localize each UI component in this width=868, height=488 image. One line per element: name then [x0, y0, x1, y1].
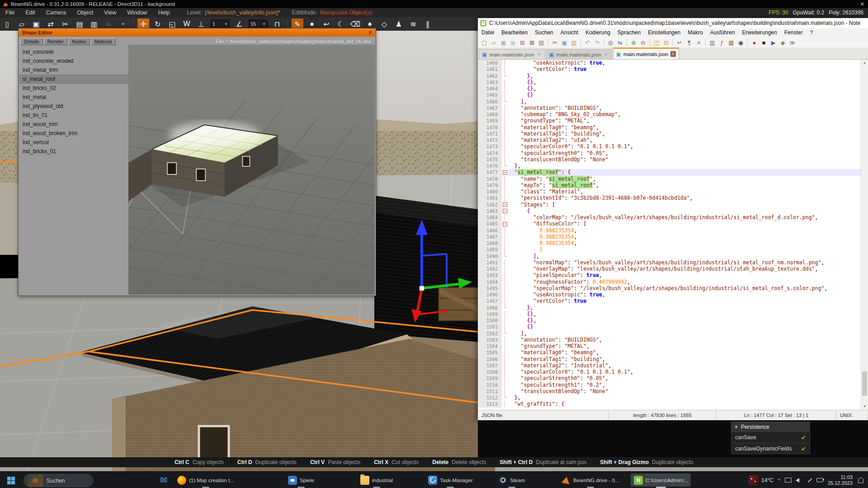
fold-margin[interactable]	[501, 188, 508, 195]
material-item[interactable]: si_metal_roof	[19, 75, 128, 84]
zoom-out-icon[interactable]: ⊖	[639, 38, 647, 47]
fold-margin[interactable]	[501, 182, 508, 188]
npp-menu-ausfhren[interactable]: Ausführen	[707, 29, 739, 36]
taskbar-app-steam[interactable]: Steam	[495, 474, 528, 487]
document-tab-1[interactable]: ▣main.materials.json×	[479, 49, 545, 59]
document-map-icon[interactable]: ▥	[708, 38, 717, 47]
menu-window[interactable]: Window	[122, 9, 152, 16]
paste-icon[interactable]: ▥	[570, 38, 578, 47]
material-item[interactable]: ind_bricks_02	[19, 84, 128, 93]
macro-stop-icon[interactable]: ■	[760, 38, 768, 47]
battery-icon[interactable]	[816, 478, 823, 482]
fold-margin[interactable]	[501, 246, 508, 253]
fold-margin[interactable]	[501, 324, 508, 330]
display-icon[interactable]	[785, 478, 792, 483]
fold-margin[interactable]	[501, 394, 508, 401]
fold-margin[interactable]	[501, 375, 508, 381]
npp-menu-?[interactable]: ?	[806, 29, 816, 36]
close-tab-icon[interactable]: ×	[604, 52, 609, 57]
terrain-tool-icon[interactable]: ≋	[407, 19, 419, 29]
menu-edit[interactable]: Edit	[20, 9, 41, 16]
menu-view[interactable]: View	[99, 9, 122, 16]
find-icon[interactable]: ◎	[606, 38, 615, 47]
folder-workspace-icon[interactable]: ▦	[727, 38, 736, 47]
fold-margin[interactable]	[501, 92, 508, 98]
taskbar-app-task-manager[interactable]: Task-Manager	[425, 474, 476, 487]
material-item[interactable]: ind_plywood_old	[19, 102, 128, 111]
close-icon[interactable]: ⊠	[518, 38, 527, 47]
fold-margin[interactable]	[501, 99, 508, 105]
volume-icon[interactable]	[796, 478, 799, 483]
sync-horizontal-icon[interactable]: ⊟	[662, 38, 670, 47]
npp-menu-makro[interactable]: Makro	[684, 29, 706, 36]
fold-margin[interactable]	[501, 311, 508, 317]
npp-menu-datei[interactable]: Datei	[478, 29, 498, 36]
taskbar-pinned-mail[interactable]: ✉	[158, 474, 169, 487]
material-item[interactable]: ind_wood_broken_trim	[19, 129, 128, 138]
fold-margin[interactable]	[501, 291, 508, 298]
taskbar-app-beamng[interactable]: BeamNG.drive - 0...	[558, 474, 623, 487]
macro-record-icon[interactable]: ●	[750, 38, 759, 47]
fold-margin[interactable]	[501, 150, 508, 156]
npp-menu-ansicht[interactable]: Ansicht	[557, 29, 582, 36]
chevron-up-icon[interactable]: ^	[778, 478, 780, 483]
monitoring-icon[interactable]: ◉	[736, 38, 745, 47]
npp-menu-kodierung[interactable]: Kodierung	[582, 29, 614, 36]
scroll-down-icon[interactable]: ▼	[861, 404, 868, 410]
save-icon[interactable]: ▣	[499, 38, 508, 47]
redo-icon[interactable]: ↷	[593, 38, 601, 47]
npp-menu-suchen[interactable]: Suchen	[531, 29, 557, 36]
taskbar-app-industrial[interactable]: industrial	[357, 474, 396, 487]
shape-editor-tab-material[interactable]: Material	[91, 38, 116, 45]
fold-margin[interactable]	[501, 221, 508, 227]
document-tab-2[interactable]: ▣main.materials.json×	[546, 49, 612, 59]
fold-margin[interactable]	[501, 298, 508, 304]
macro-save-icon[interactable]: ◆	[778, 38, 787, 47]
close-all-icon[interactable]: ⊠	[528, 38, 536, 47]
fold-margin[interactable]	[501, 117, 508, 124]
collapse-icon[interactable]: ▼	[734, 425, 738, 429]
notepad-titlebar[interactable]: C:\Users\Admin\AppData\Local\BeamNG.driv…	[478, 18, 868, 28]
shape-editor-tab-details[interactable]: Details	[20, 38, 43, 45]
function-list-icon[interactable]: ƒ	[717, 38, 726, 47]
npp-menu-erweiterungen[interactable]: Erweiterungen	[738, 29, 780, 36]
zoom-in-icon[interactable]: ⊕	[629, 38, 638, 47]
mesh-tool-icon[interactable]: ◇	[378, 19, 390, 29]
word-wrap-icon[interactable]: ↵	[675, 38, 684, 47]
notification-bell-icon[interactable]	[858, 478, 863, 483]
scroll-up-icon[interactable]: ▲	[861, 60, 868, 66]
fold-margin[interactable]	[501, 156, 508, 163]
fold-margin[interactable]	[501, 337, 508, 343]
open-folder-icon[interactable]: ▱	[490, 38, 498, 47]
pen-icon[interactable]	[808, 478, 812, 482]
close-icon[interactable]: ✕	[368, 29, 373, 36]
fold-margin[interactable]	[501, 317, 508, 324]
fold-margin[interactable]	[501, 401, 508, 407]
search-input[interactable]: Suchen	[24, 474, 93, 487]
save-all-icon[interactable]: ▣	[509, 38, 517, 47]
fold-margin[interactable]	[501, 369, 508, 375]
material-item[interactable]: ind_wood_trim	[19, 120, 128, 129]
macro-run-multi-icon[interactable]: ≫	[788, 38, 797, 47]
weather-widget[interactable]: 14°C	[749, 475, 774, 485]
fold-margin[interactable]	[501, 356, 508, 362]
fold-margin[interactable]	[501, 105, 508, 111]
close-icon[interactable]: ✕	[860, 1, 864, 7]
rotate-snap-select[interactable]: 15▼	[248, 19, 268, 28]
fold-margin[interactable]	[501, 208, 508, 214]
character-tool-icon[interactable]: ♟	[393, 19, 405, 29]
fold-margin[interactable]	[501, 279, 508, 285]
fold-margin[interactable]	[501, 214, 508, 221]
npp-menu-sprachen[interactable]: Sprachen	[614, 29, 644, 36]
clock[interactable]: 11:03 25.12.2023	[828, 474, 853, 486]
material-item[interactable]: ind_concrete_eroded	[19, 56, 128, 66]
undo-icon[interactable]: ↶	[583, 38, 592, 47]
fold-margin[interactable]	[501, 137, 508, 143]
shape-editor-titlebar[interactable]: Shape Editor ✕	[19, 28, 376, 37]
persistence-header[interactable]: ▼ Persistence	[731, 422, 810, 432]
scrollbar-thumb[interactable]	[862, 371, 867, 396]
fold-margin[interactable]	[501, 266, 508, 272]
material-item[interactable]: ind_metal_trim	[19, 66, 128, 75]
npp-menu-fenster[interactable]: Fenster	[781, 29, 807, 36]
shape-preview-viewport[interactable]	[128, 45, 375, 295]
